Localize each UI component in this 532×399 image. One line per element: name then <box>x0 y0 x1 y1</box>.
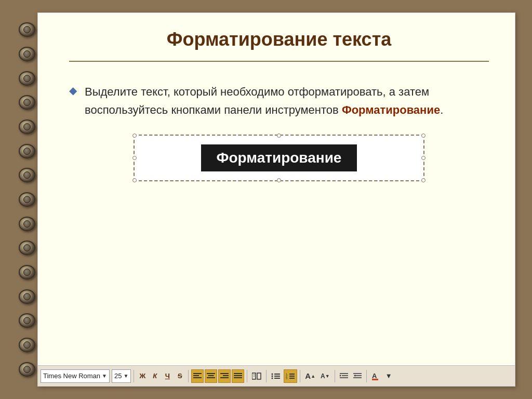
font-size-decrease-button[interactable]: A▼ <box>318 369 332 383</box>
svg-rect-1 <box>193 375 199 376</box>
corner-circle-tl <box>132 134 137 138</box>
spiral-binding <box>11 7 43 392</box>
bullet-icon: ◆ <box>69 84 77 97</box>
indent-increase-button[interactable] <box>338 369 350 383</box>
svg-rect-4 <box>208 375 214 376</box>
font-color-dropdown-button[interactable]: ▼ <box>384 369 394 383</box>
corner-circle-rm <box>421 156 425 160</box>
corner-circle-tm <box>277 134 281 138</box>
font-color-button[interactable]: A <box>369 369 383 383</box>
corner-circle-tr <box>421 134 425 138</box>
svg-rect-7 <box>223 375 229 376</box>
spiral-ring <box>19 241 35 255</box>
separator-4 <box>266 370 267 382</box>
align-left-icon <box>193 373 202 380</box>
align-center-button[interactable] <box>205 369 217 383</box>
bullet-text-bold: Форматирование <box>342 103 440 116</box>
italic-button[interactable]: К <box>149 369 161 383</box>
unordered-list-icon <box>271 373 281 380</box>
slide-content: Форматирование текста ◆ Выделите текст, … <box>38 13 515 365</box>
spiral-ring <box>19 95 35 110</box>
formatting-image-box: Форматирование <box>134 135 424 181</box>
spiral-ring <box>19 47 35 61</box>
spiral-ring <box>19 265 35 280</box>
toolbar-label: Форматирование <box>201 144 357 171</box>
svg-point-16 <box>272 373 273 375</box>
separator-2 <box>188 370 189 382</box>
svg-rect-37 <box>372 379 378 380</box>
columns-icon <box>252 373 261 380</box>
formatting-toolbar: Times New Roman ▼ 25 ▼ Ж К Ч S <box>38 365 515 386</box>
font-name-label: Times New Roman <box>43 372 100 380</box>
svg-marker-31 <box>340 375 341 377</box>
align-right-icon <box>220 373 229 380</box>
unordered-list-button[interactable] <box>269 369 283 383</box>
svg-rect-13 <box>257 373 261 379</box>
indent-decrease-button[interactable] <box>351 369 364 383</box>
svg-point-17 <box>272 375 273 377</box>
separator-5 <box>300 370 300 382</box>
indent-increase-icon <box>340 373 348 380</box>
align-right-button[interactable] <box>218 369 231 383</box>
align-left-button[interactable] <box>191 369 204 383</box>
separator-6 <box>335 370 335 382</box>
svg-rect-11 <box>234 377 242 378</box>
spiral-ring <box>19 338 35 352</box>
corner-circle-bl <box>132 178 137 182</box>
svg-point-18 <box>272 377 273 379</box>
corner-circle-lm <box>132 156 137 160</box>
corner-circle-bm <box>277 178 281 182</box>
align-center-icon <box>207 373 215 380</box>
spiral-ring <box>19 168 35 182</box>
font-size-dropdown-arrow: ▼ <box>123 373 128 379</box>
svg-rect-0 <box>193 373 202 374</box>
slide-title: Форматирование текста <box>69 29 489 50</box>
slide: Форматирование текста ◆ Выделите текст, … <box>37 12 515 387</box>
svg-rect-2 <box>193 377 202 378</box>
separator-7 <box>366 370 367 382</box>
ordered-list-icon: 1. 2. 3. <box>286 373 295 380</box>
font-size-increase-button[interactable]: A▲ <box>303 369 317 383</box>
spiral-ring <box>19 313 35 328</box>
svg-rect-10 <box>234 375 242 376</box>
font-size-selector[interactable]: 25 ▼ <box>112 369 131 383</box>
font-name-selector[interactable]: Times New Roman ▼ <box>41 369 110 383</box>
separator-3 <box>247 370 247 382</box>
strikethrough-button[interactable]: S <box>174 369 185 383</box>
svg-text:A: A <box>372 372 377 380</box>
svg-marker-35 <box>354 375 355 377</box>
svg-rect-5 <box>207 377 215 378</box>
spiral-ring <box>19 362 35 377</box>
columns-button[interactable] <box>250 369 263 383</box>
spiral-ring <box>19 22 35 37</box>
spiral-ring <box>19 119 35 134</box>
bold-button[interactable]: Ж <box>137 369 148 383</box>
align-justify-icon <box>234 373 242 380</box>
svg-rect-8 <box>220 377 229 378</box>
separator-1 <box>134 370 134 382</box>
spiral-ring <box>19 192 35 207</box>
ordered-list-button[interactable]: 1. 2. 3. <box>284 369 297 383</box>
align-justify-button[interactable] <box>232 369 244 383</box>
bullet-text-end: . <box>440 103 443 116</box>
svg-rect-9 <box>234 373 242 374</box>
svg-rect-3 <box>207 373 215 374</box>
font-size-value: 25 <box>114 372 122 380</box>
font-name-dropdown-arrow: ▼ <box>102 373 107 379</box>
svg-rect-6 <box>220 373 229 374</box>
spiral-ring <box>19 71 35 86</box>
corner-circle-br <box>421 178 425 182</box>
spiral-ring <box>19 289 35 304</box>
spiral-ring <box>19 144 35 158</box>
bullet-text: Выделите текст, который необходимо отфор… <box>85 83 489 119</box>
spiral-ring <box>19 217 35 231</box>
svg-text:3.: 3. <box>286 377 288 380</box>
indent-decrease-icon <box>353 373 362 380</box>
underline-button[interactable]: Ч <box>162 369 173 383</box>
font-color-icon: A <box>371 372 381 380</box>
bullet-section: ◆ Выделите текст, который необходимо отф… <box>69 83 489 119</box>
title-divider <box>69 61 489 62</box>
outer-frame: Форматирование текста ◆ Выделите текст, … <box>11 7 521 392</box>
